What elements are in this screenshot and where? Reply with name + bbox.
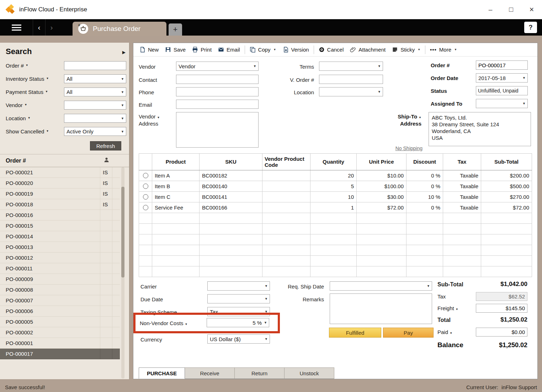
cell-tax[interactable] xyxy=(443,245,481,256)
payment-status-select[interactable]: All▼ xyxy=(64,88,126,96)
order-list-scrollbar[interactable] xyxy=(121,167,124,378)
filter-label-inventory-status[interactable]: Inventory Status▼ xyxy=(6,76,49,82)
tab-unstock[interactable]: Unstock xyxy=(285,367,334,379)
non-vendor-costs-select[interactable]: 5 %▼ xyxy=(207,318,269,327)
assigned-to-select[interactable]: ▼ xyxy=(476,99,528,108)
cell-unit_price[interactable] xyxy=(357,234,406,245)
shipto-address-box[interactable]: ABC Toys, Ltd. 38 Dreamy Street, Suite 1… xyxy=(429,112,531,146)
cell-product[interactable] xyxy=(152,213,200,224)
nav-forward-button[interactable]: › xyxy=(45,19,58,36)
cell-sku[interactable] xyxy=(200,245,262,256)
more-button[interactable]: ••• More ▼ xyxy=(427,44,460,55)
cell-quantity[interactable] xyxy=(310,234,357,245)
filter-label-show-cancelled[interactable]: Show Cancelled▼ xyxy=(6,128,49,134)
refresh-button[interactable]: Refresh xyxy=(90,141,121,150)
cell-product[interactable]: Item C xyxy=(152,192,200,202)
cell-subtotal[interactable] xyxy=(481,234,532,245)
cell-unit_price[interactable] xyxy=(357,256,406,266)
cell-sku[interactable]: BC000140 xyxy=(200,181,262,192)
vendor-combobox[interactable]: Vendor▼ xyxy=(176,62,259,71)
help-button[interactable]: ? xyxy=(524,22,537,33)
contact-input[interactable] xyxy=(176,75,259,84)
row-radio[interactable] xyxy=(143,194,148,200)
hamburger-menu-button[interactable] xyxy=(0,19,33,36)
cell-tax[interactable] xyxy=(443,224,481,234)
cell-vendor_code[interactable] xyxy=(262,192,310,202)
terms-select[interactable]: ▼ xyxy=(319,62,383,71)
tab-purchase-order[interactable]: + Purchase Order xyxy=(73,22,166,36)
cell-vendor_code[interactable] xyxy=(262,202,310,213)
cell-sku[interactable] xyxy=(200,234,262,245)
new-tab-button[interactable]: + xyxy=(169,23,182,36)
order-list-item[interactable]: PO-000006 xyxy=(0,306,120,317)
vendor-select[interactable]: ▼ xyxy=(64,101,126,110)
cell-sku[interactable] xyxy=(200,224,262,234)
freight-label[interactable]: Freight ▼ xyxy=(437,305,458,311)
cell-product[interactable] xyxy=(152,245,200,256)
cell-product[interactable]: Service Fee xyxy=(152,202,200,213)
cell-vendor_code[interactable] xyxy=(262,213,310,224)
cell-quantity[interactable] xyxy=(310,266,357,277)
cell-subtotal[interactable] xyxy=(481,224,532,234)
cell-product[interactable] xyxy=(152,234,200,245)
cell-tax[interactable]: Taxable xyxy=(443,192,481,202)
cell-unit_price[interactable]: $100.00 xyxy=(357,181,406,192)
cell-tax[interactable]: Taxable xyxy=(443,202,481,213)
tab-receive[interactable]: Receive xyxy=(185,367,235,379)
pay-button[interactable]: Pay xyxy=(383,328,434,338)
sticky-button[interactable]: Sticky ▼ xyxy=(389,44,424,55)
cell-discount[interactable] xyxy=(406,213,443,224)
currency-select[interactable]: US Dollar ($)▼ xyxy=(207,334,270,344)
cell-vendor_code[interactable] xyxy=(262,245,310,256)
order-list-item[interactable]: PO-000015 xyxy=(0,221,120,231)
cancel-button[interactable]: Cancel xyxy=(315,44,347,55)
tab-purchase[interactable]: PURCHASE xyxy=(139,367,185,379)
cell-vendor_code[interactable] xyxy=(262,266,310,277)
cell-discount[interactable] xyxy=(406,266,443,277)
location-combobox[interactable]: ▼ xyxy=(319,87,383,96)
cell-quantity[interactable]: 1 xyxy=(310,202,357,213)
cell-subtotal[interactable] xyxy=(481,213,532,224)
cell-unit_price[interactable] xyxy=(357,224,406,234)
cell-tax[interactable] xyxy=(443,234,481,245)
order-list-item[interactable]: PO-000002 xyxy=(0,327,120,338)
cell-sku[interactable]: BC000182 xyxy=(200,170,262,181)
cell-sku[interactable] xyxy=(200,213,262,224)
order-date-picker[interactable]: 2017-05-18▼ xyxy=(476,73,528,83)
paid-input[interactable]: $0.00 xyxy=(476,328,527,337)
cell-discount[interactable]: 0 % xyxy=(406,170,443,181)
carrier-select[interactable]: ▼ xyxy=(207,281,270,291)
req-ship-date-picker[interactable]: ▼ xyxy=(330,281,432,291)
cell-quantity[interactable] xyxy=(310,256,357,266)
vendor-order-number-input[interactable] xyxy=(319,75,383,84)
vendor-address-label[interactable]: Vendor▼ xyxy=(139,113,160,120)
location-select[interactable]: ▼ xyxy=(64,114,126,123)
paid-label[interactable]: Paid ▼ xyxy=(437,329,452,335)
cell-sku[interactable]: BC000141 xyxy=(200,192,262,202)
non-vendor-costs-label[interactable]: Non-Vendor Costs▼ xyxy=(140,320,188,326)
cell-vendor_code[interactable] xyxy=(262,234,310,245)
row-radio[interactable] xyxy=(143,205,148,210)
maximize-button[interactable]: □ xyxy=(501,0,521,19)
vendor-address-textarea[interactable] xyxy=(176,112,259,148)
cell-product[interactable]: Item A xyxy=(152,170,200,181)
cell-sku[interactable] xyxy=(200,256,262,266)
cell-tax[interactable]: Taxable xyxy=(443,181,481,192)
cell-tax[interactable] xyxy=(443,266,481,277)
order-list-item[interactable]: PO-000017 xyxy=(0,349,120,359)
cell-quantity[interactable]: 10 xyxy=(310,192,357,202)
order-number-field[interactable] xyxy=(476,60,528,70)
order-list-item[interactable]: PO-000008 xyxy=(0,285,120,295)
due-date-picker[interactable]: ▼ xyxy=(207,294,270,303)
order-list-item[interactable]: PO-000019IS xyxy=(0,189,120,199)
order-list-item[interactable]: PO-000013 xyxy=(0,242,120,253)
remarks-textarea[interactable] xyxy=(330,293,432,324)
order-number-input[interactable] xyxy=(64,61,126,70)
cell-discount[interactable] xyxy=(406,234,443,245)
cell-sku[interactable] xyxy=(200,266,262,277)
order-list-item[interactable]: PO-000009 xyxy=(0,274,120,285)
tab-return[interactable]: Return xyxy=(235,367,285,379)
cell-product[interactable] xyxy=(152,266,200,277)
cell-subtotal[interactable] xyxy=(481,245,532,256)
order-list-item[interactable]: PO-000018IS xyxy=(0,199,120,210)
